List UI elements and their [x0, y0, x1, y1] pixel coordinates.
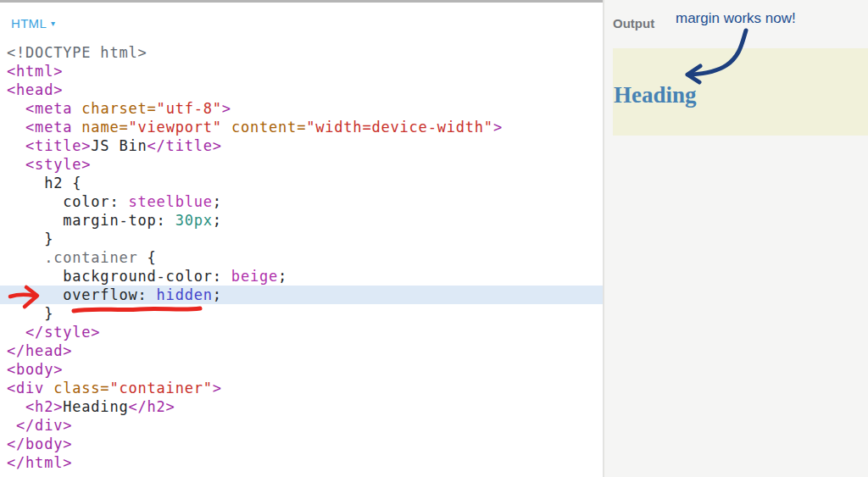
code-token — [7, 137, 25, 154]
code-line[interactable]: color: steelblue; — [0, 192, 604, 211]
jsbin-window: HTML▾ <!DOCTYPE html><html><head> <meta … — [0, 0, 868, 477]
code-token: .container — [44, 249, 137, 266]
code-token: </html> — [7, 454, 72, 471]
code-token: hidden — [157, 286, 213, 303]
code-token: ; — [213, 212, 222, 229]
code-token: ; — [213, 193, 222, 210]
code-token: </head> — [7, 342, 72, 359]
html-editor-pane: HTML▾ <!DOCTYPE html><html><head> <meta … — [0, 0, 604, 477]
code-token — [7, 398, 25, 415]
code-line[interactable]: h2 { — [0, 174, 604, 192]
output-panel-label[interactable]: Output — [613, 16, 654, 31]
code-token: <meta — [25, 119, 72, 136]
code-token: background-color: — [7, 268, 231, 285]
code-line[interactable]: <!DOCTYPE html> — [0, 43, 604, 62]
html-panel-label: HTML — [11, 16, 47, 31]
code-line[interactable]: margin-top: 30px; — [0, 211, 604, 230]
code-token — [72, 119, 81, 136]
code-token: "container" — [109, 380, 212, 397]
chevron-down-icon: ▾ — [51, 19, 55, 28]
code-token: <body> — [7, 361, 63, 378]
code-token: JS Bin — [91, 137, 147, 154]
editor-top-border — [0, 0, 604, 3]
code-line[interactable]: </div> — [0, 416, 604, 435]
code-line[interactable]: <meta charset="utf-8"> — [0, 99, 604, 118]
code-line[interactable]: <head> — [0, 80, 604, 99]
code-token — [7, 324, 25, 341]
code-token: 30px — [175, 212, 213, 229]
code-token: <meta — [25, 100, 72, 117]
code-token — [7, 156, 25, 173]
code-token: margin-top: — [7, 212, 175, 229]
code-token: "utf-8" — [157, 100, 222, 117]
code-token: </body> — [7, 435, 72, 452]
code-token: } — [7, 230, 53, 247]
code-token: > — [222, 100, 231, 117]
code-token: } — [7, 305, 53, 322]
code-token: beige — [231, 268, 278, 285]
container-preview-box: Heading — [613, 48, 868, 136]
code-token: > — [213, 380, 222, 397]
code-line[interactable]: </body> — [0, 435, 604, 453]
code-token: <style> — [25, 156, 91, 173]
code-line[interactable]: <meta name="viewport" content="width=dev… — [0, 118, 604, 136]
code-token: </div> — [16, 417, 72, 434]
code-token: ; — [278, 268, 287, 285]
code-token — [222, 119, 231, 136]
code-token: <h2> — [25, 398, 63, 415]
code-token: content= — [231, 119, 306, 136]
code-token: </style> — [25, 324, 100, 341]
code-line[interactable]: <body> — [0, 360, 604, 379]
code-line[interactable]: background-color: beige; — [0, 267, 604, 286]
code-area[interactable]: <!DOCTYPE html><html><head> <meta charse… — [0, 43, 604, 472]
code-line[interactable]: <style> — [0, 155, 604, 174]
code-line[interactable]: <div class="container"> — [0, 379, 604, 397]
code-token: steelblue — [128, 193, 212, 210]
code-token: <head> — [7, 81, 63, 98]
output-pane: Output margin works now! Heading — [604, 0, 868, 477]
code-token: class= — [53, 380, 109, 397]
code-token: name= — [81, 119, 128, 136]
code-token: <title> — [25, 137, 91, 154]
code-token: <!DOCTYPE html> — [7, 44, 147, 61]
code-line[interactable]: } — [0, 304, 604, 323]
rendered-heading: Heading — [614, 82, 697, 108]
code-token — [7, 417, 16, 434]
code-line-highlighted[interactable]: overflow: hidden; — [0, 286, 604, 304]
code-line[interactable]: .container { — [0, 248, 604, 267]
code-token: { — [138, 249, 157, 266]
html-panel-dropdown[interactable]: HTML▾ — [11, 16, 55, 31]
code-token: <html> — [7, 63, 63, 80]
code-token: ; — [213, 286, 222, 303]
code-token: </title> — [147, 137, 222, 154]
code-line[interactable]: } — [0, 230, 604, 248]
code-token: Heading — [63, 398, 128, 415]
code-line[interactable]: </head> — [0, 341, 604, 360]
code-line[interactable]: <h2>Heading</h2> — [0, 397, 604, 416]
code-line[interactable]: <title>JS Bin</title> — [0, 136, 604, 155]
code-line[interactable]: </style> — [0, 323, 604, 341]
code-token: overflow: — [7, 286, 157, 303]
code-line[interactable]: <html> — [0, 62, 604, 80]
code-token — [7, 100, 25, 117]
code-token — [72, 100, 81, 117]
code-token: </h2> — [128, 398, 175, 415]
code-token: charset= — [81, 100, 156, 117]
code-token: color: — [7, 193, 128, 210]
code-token — [7, 119, 25, 136]
handwritten-note: margin works now! — [676, 10, 796, 27]
code-token: > — [493, 119, 503, 136]
code-token: "width=device-width" — [306, 119, 493, 136]
code-token — [7, 249, 44, 266]
code-line[interactable]: </html> — [0, 453, 604, 472]
code-token: h2 { — [7, 175, 81, 191]
code-token: "viewport" — [129, 119, 222, 136]
code-token: <div — [7, 380, 53, 397]
